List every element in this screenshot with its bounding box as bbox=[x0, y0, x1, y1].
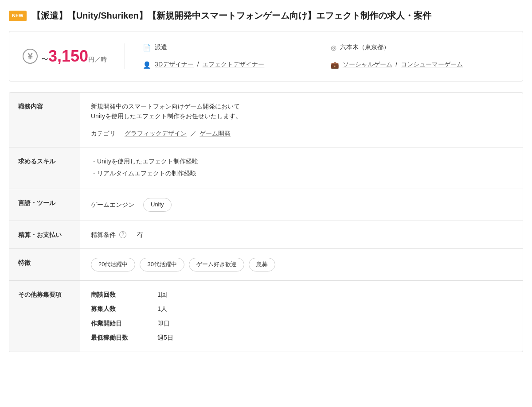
salary-display: 〜3,150円／時 bbox=[41, 43, 107, 69]
tools-label: 言語・ツール bbox=[9, 189, 80, 221]
role-3d-link[interactable]: 3Dデザイナー bbox=[155, 61, 194, 68]
meta-type-value: 派遣 bbox=[155, 42, 167, 52]
feature1-tag[interactable]: 20代活躍中 bbox=[91, 258, 135, 271]
meta-industries-value[interactable]: ソーシャルゲーム / コンシューマーゲーム bbox=[343, 59, 463, 69]
summary-card: ¥ 〜3,150円／時 📄 派遣 ◎ 六本木（東京都） 👤 3Dデザイナー / bbox=[9, 31, 523, 81]
category-label: カテゴリ bbox=[91, 130, 116, 137]
industry-consumer-link[interactable]: コンシューマーゲーム bbox=[401, 61, 463, 68]
other-mindays: 最低稼働日数 週5日 bbox=[91, 333, 512, 342]
skills-content: ・Unityを使用したエフェクト制作経験 ・リアルタイムエフェクトの制作経験 bbox=[80, 147, 523, 189]
tools-row: ゲームエンジン Unity bbox=[91, 198, 512, 212]
location-icon: ◎ bbox=[331, 43, 336, 53]
row-skills: 求めるスキル ・Unityを使用したエフェクト制作経験 ・リアルタイムエフェクト… bbox=[9, 147, 523, 189]
meta-roles: 👤 3Dデザイナー / エフェクトデザイナー bbox=[143, 59, 321, 70]
row-other: その他募集要項 商談回数 1回 募集人数 1人 作業開始日 即日 最低稼働日数 … bbox=[9, 281, 523, 352]
start-label: 作業開始日 bbox=[91, 318, 131, 328]
payment-value: 有 bbox=[137, 230, 143, 240]
skills-label: 求めるスキル bbox=[9, 147, 80, 189]
payment-sublabel: 精算条件 bbox=[91, 230, 116, 240]
category-sep: ／ bbox=[188, 130, 198, 137]
job-desc-line2: Unityを使用したエフェクト制作をお任せいたします。 bbox=[91, 111, 512, 121]
feature2-tag[interactable]: 30代活躍中 bbox=[140, 258, 184, 271]
salary-unit: 円／時 bbox=[88, 56, 107, 63]
salary-prefix: 〜 bbox=[41, 55, 48, 63]
meta-location-value: 六本木（東京都） bbox=[340, 42, 390, 52]
nego-value: 1回 bbox=[157, 290, 167, 299]
category-links: カテゴリ グラフィックデザイン ／ ゲーム開発 bbox=[91, 128, 512, 138]
briefcase-icon: 💼 bbox=[331, 60, 339, 70]
tools-sublabel: ゲームエンジン bbox=[91, 200, 134, 209]
row-tools: 言語・ツール ゲームエンジン Unity bbox=[9, 189, 523, 221]
yen-icon: ¥ bbox=[23, 49, 38, 64]
job-description-label: 職務内容 bbox=[9, 93, 80, 147]
industry-social-link[interactable]: ソーシャルゲーム bbox=[343, 61, 392, 68]
job-desc-line1: 新規開発中のスマートフォン向けゲーム開発において bbox=[91, 101, 512, 111]
meta-section: 📄 派遣 ◎ 六本木（東京都） 👤 3Dデザイナー / エフェクトデザイナー 💼 bbox=[125, 42, 509, 70]
other-start: 作業開始日 即日 bbox=[91, 318, 512, 328]
feature3-tag[interactable]: ゲーム好き歓迎 bbox=[189, 258, 244, 271]
tools-content: ゲームエンジン Unity bbox=[80, 189, 523, 221]
category1-link[interactable]: グラフィックデザイン bbox=[125, 130, 187, 137]
headcount-value: 1人 bbox=[157, 304, 167, 314]
payment-label: 精算・お支払い bbox=[9, 221, 80, 248]
mindays-label: 最低稼働日数 bbox=[91, 333, 131, 342]
role-effect-link[interactable]: エフェクトデザイナー bbox=[202, 61, 264, 68]
person-icon: 👤 bbox=[143, 60, 151, 70]
category2-link[interactable]: ゲーム開発 bbox=[200, 130, 231, 137]
salary-amount: 3,150 bbox=[48, 47, 88, 65]
row-job-description: 職務内容 新規開発中のスマートフォン向けゲーム開発において Unityを使用した… bbox=[9, 93, 523, 147]
row-features: 特徴 20代活躍中 30代活躍中 ゲーム好き歓迎 急募 bbox=[9, 249, 523, 281]
other-headcount: 募集人数 1人 bbox=[91, 304, 512, 314]
unity-tag[interactable]: Unity bbox=[143, 198, 172, 212]
salary-section: ¥ 〜3,150円／時 bbox=[23, 43, 125, 69]
nego-label: 商談回数 bbox=[91, 290, 131, 299]
features-content: 20代活躍中 30代活躍中 ゲーム好き歓迎 急募 bbox=[80, 249, 523, 280]
features-container: 20代活躍中 30代活躍中 ゲーム好き歓迎 急募 bbox=[91, 258, 512, 271]
other-content: 商談回数 1回 募集人数 1人 作業開始日 即日 最低稼働日数 週5日 bbox=[80, 281, 523, 352]
row-payment: 精算・お支払い 精算条件 ? 有 bbox=[9, 221, 523, 249]
features-label: 特徴 bbox=[9, 249, 80, 280]
new-badge: NEW bbox=[9, 11, 27, 21]
page-title: 【派遣】【Unity/Shuriken】【新規開発中スマートフォンゲーム向け】エ… bbox=[32, 9, 431, 22]
meta-location: ◎ 六本木（東京都） bbox=[331, 42, 509, 53]
headcount-label: 募集人数 bbox=[91, 304, 131, 314]
meta-industries: 💼 ソーシャルゲーム / コンシューマーゲーム bbox=[331, 59, 509, 70]
skill2: ・リアルタイムエフェクトの制作経験 bbox=[91, 168, 512, 178]
other-label: その他募集要項 bbox=[9, 281, 80, 352]
title-area: NEW 【派遣】【Unity/Shuriken】【新規開発中スマートフォンゲーム… bbox=[9, 9, 523, 22]
payment-inner: 精算条件 ? 有 bbox=[91, 230, 512, 240]
job-description-content: 新規開発中のスマートフォン向けゲーム開発において Unityを使用したエフェクト… bbox=[80, 93, 523, 147]
payment-content: 精算条件 ? 有 bbox=[80, 221, 523, 248]
skill1: ・Unityを使用したエフェクト制作経験 bbox=[91, 156, 512, 166]
meta-roles-value[interactable]: 3Dデザイナー / エフェクトデザイナー bbox=[155, 59, 264, 69]
meta-type: 📄 派遣 bbox=[143, 42, 321, 53]
mindays-value: 週5日 bbox=[157, 333, 173, 342]
help-icon[interactable]: ? bbox=[119, 231, 126, 238]
other-nego: 商談回数 1回 bbox=[91, 290, 512, 299]
start-value: 即日 bbox=[157, 318, 170, 328]
detail-table: 職務内容 新規開発中のスマートフォン向けゲーム開発において Unityを使用した… bbox=[9, 92, 523, 352]
feature4-tag[interactable]: 急募 bbox=[249, 258, 275, 271]
doc-icon: 📄 bbox=[143, 43, 151, 53]
